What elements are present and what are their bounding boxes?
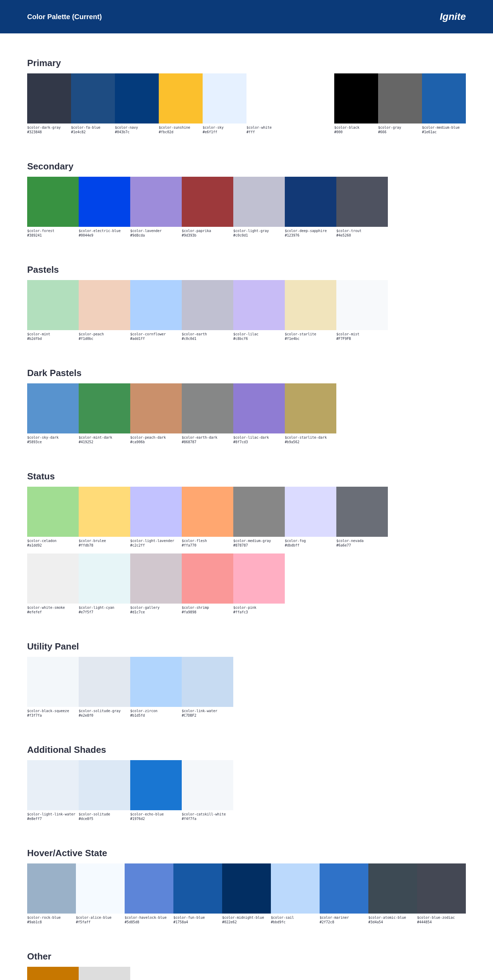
- color-box: [79, 177, 130, 227]
- color-box: [27, 383, 79, 433]
- color-swatch: $color-gallery#d1c7ce: [130, 554, 182, 614]
- section-other: Other $color-XXX#C77700$color-XXX#DDDDDD: [27, 951, 466, 980]
- swatch-hex: #6a6e77: [336, 543, 388, 547]
- color-swatch: $color-zircon#b1d5fd: [130, 657, 182, 718]
- swatch-name: $color-fog: [285, 539, 336, 543]
- color-box: [182, 280, 233, 330]
- swatch-name: $color-sky: [203, 126, 247, 129]
- swatch-name: $color-sail: [271, 916, 320, 920]
- swatch-hex: #c0c0d1: [182, 337, 233, 340]
- swatch-name: $color-link-water: [182, 709, 233, 713]
- swatch-name: $color-cornflower: [130, 332, 182, 336]
- color-swatch: $color-atomic-blue#3d4a54: [369, 864, 417, 924]
- swatch-name: $color-light-cyan: [79, 606, 130, 609]
- color-swatch: $color-black#000: [334, 73, 378, 134]
- color-box: [417, 864, 466, 913]
- color-swatch: $color-mist#F7F9FB: [336, 280, 388, 340]
- swatch-hex: #add1ff: [130, 337, 182, 340]
- color-swatch: $color-sunshine#fbc02d: [159, 73, 203, 134]
- swatch-name: $color-nevada: [336, 539, 388, 543]
- color-swatch: $color-celadon#a1dd92: [27, 487, 79, 547]
- swatch-name: $color-starlite: [285, 332, 336, 336]
- swatch-row: $color-forest#389241$color-electric-blue…: [27, 177, 466, 243]
- swatch-hex: #1e4c82: [71, 130, 115, 134]
- color-swatch: $color-lilac-dark#8f7cd3: [233, 383, 285, 444]
- swatch-hex: #ffafc3: [233, 610, 285, 614]
- color-box: [222, 864, 271, 913]
- swatch-row: $color-sky-dark#5893ce$color-mint-dark#4…: [27, 383, 466, 450]
- swatch-hex: #8f7cd3: [233, 440, 285, 444]
- color-swatch: $color-medium-gray#878787: [233, 487, 285, 547]
- swatch-row: $color-XXX#C77700$color-XXX#DDDDDD: [27, 967, 466, 980]
- swatch-hex: #c8bcf6: [233, 337, 285, 340]
- color-box: [124, 864, 173, 913]
- swatch-hex: #a1dd92: [27, 543, 79, 547]
- section-dark-pastels: Dark Pastels $color-sky-dark#5893ce$colo…: [27, 368, 466, 450]
- swatch-name: $color-havelock-blue: [124, 916, 173, 920]
- swatch-hex: #efefef: [27, 610, 79, 614]
- section-additional: Additional Shades $color-light-link-wate…: [27, 745, 466, 827]
- color-swatch: $color-lavender#9d8cda: [130, 177, 182, 237]
- section-title: Other: [27, 951, 466, 962]
- color-box: [27, 864, 76, 913]
- section-utility: Utility Panel $color-black-squeeze#f3f7f…: [27, 641, 466, 724]
- swatch-hex: #fbc02d: [159, 130, 203, 134]
- color-swatch: $color-pink#ffafc3: [233, 554, 285, 614]
- color-box: [173, 864, 222, 913]
- section-title: Primary: [27, 58, 466, 68]
- swatch-name: $color-lavender: [130, 229, 182, 233]
- swatch-hex: #bbd9fc: [271, 920, 320, 924]
- color-box: [285, 280, 336, 330]
- swatch-hex: #9ab1c8: [27, 920, 76, 924]
- swatch-name: $color-sky-dark: [27, 436, 79, 439]
- swatch-hex: #e7f5f7: [79, 610, 130, 614]
- swatch-name: $color-mariner: [320, 916, 369, 920]
- swatch-name: $color-light-link-water: [27, 812, 79, 816]
- swatch-row: $color-celadon#a1dd92$color-brulee#ffdb7…: [27, 487, 466, 620]
- color-swatch: $color-navy#043b7c: [115, 73, 159, 134]
- color-box: [79, 383, 130, 433]
- color-swatch: $color-white#fff: [247, 73, 290, 134]
- color-box: [182, 760, 233, 810]
- color-swatch: $color-havelock-blue#5d85d8: [124, 864, 173, 924]
- section-status: Status $color-celadon#a1dd92$color-brule…: [27, 471, 466, 620]
- color-swatch: $color-peach#f1d0bc: [79, 280, 130, 340]
- color-box: [182, 657, 233, 707]
- brand-logo: Ignite: [440, 11, 466, 22]
- color-swatch: $color-flesh#ffa770: [182, 487, 233, 547]
- color-box: [27, 967, 79, 980]
- color-swatch: $color-light-cyan#e7f5f7: [79, 554, 130, 614]
- swatch-name: $color-gallery: [130, 606, 182, 609]
- color-swatch: $color-light-lavender#c2c2ff: [130, 487, 182, 547]
- color-swatch: $color-trout#4e5260: [336, 177, 388, 237]
- color-swatch: $color-light-gray#c0c0d1: [233, 177, 285, 237]
- swatch-name: $color-atomic-blue: [369, 916, 417, 920]
- color-swatch: $color-alice-blue#f5faff: [76, 864, 124, 924]
- color-box: [233, 383, 285, 433]
- color-box: [336, 487, 388, 537]
- swatch-name: $color-sunshine: [159, 126, 203, 129]
- app-header: Color Palette (Current) Ignite: [0, 0, 493, 33]
- swatch-name: $color-solitude: [79, 812, 130, 816]
- color-swatch: $color-starlite-dark#b9a562: [285, 383, 336, 444]
- swatch-hex: #C7DBF2: [182, 714, 233, 718]
- color-box: [378, 73, 422, 124]
- color-box: [247, 73, 290, 124]
- swatch-name: $color-light-gray: [233, 229, 285, 233]
- swatch-row: $color-rock-blue#9ab1c8$color-alice-blue…: [27, 864, 466, 930]
- swatch-hex: #F7F9FB: [336, 337, 388, 340]
- section-title: Pastels: [27, 264, 466, 275]
- swatch-row: $color-light-link-water#e8eff7$color-sol…: [27, 760, 466, 827]
- color-swatch: $color-XXX#C77700: [27, 967, 79, 980]
- swatch-row: $color-black-squeeze#f3f7fa$color-solitu…: [27, 657, 466, 724]
- swatch-name: $color-peach-dark: [130, 436, 182, 439]
- swatch-hex: #2f72c8: [320, 920, 369, 924]
- color-swatch: $color-white-smoke#efefef: [27, 554, 79, 614]
- color-swatch: $color-echo-blue#1976d2: [130, 760, 182, 821]
- color-swatch: $color-mint-dark#419252: [79, 383, 130, 444]
- color-swatch: $color-solitude-gray#e2e8f0: [79, 657, 130, 718]
- color-swatch: $color-midnight-blue#022e62: [222, 864, 271, 924]
- color-swatch: $color-mint#b2dfbd: [27, 280, 79, 340]
- swatch-hex: #868787: [182, 440, 233, 444]
- swatch-name: $color-mint-dark: [79, 436, 130, 439]
